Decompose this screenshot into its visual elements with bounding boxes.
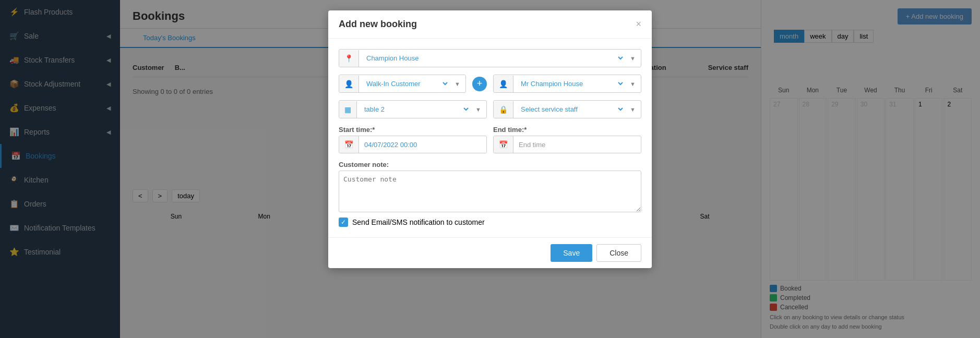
modal-header: Add new booking × bbox=[328, 10, 652, 39]
location-select[interactable]: Champion House bbox=[359, 50, 625, 67]
save-button[interactable]: Save bbox=[551, 244, 592, 262]
end-time-group: End time:* 📅 bbox=[493, 126, 641, 153]
table-select[interactable]: table 2 bbox=[357, 101, 470, 118]
person-icon: 👤 bbox=[339, 76, 359, 92]
service-staff-group: 🔒 Select service staff ▼ bbox=[493, 100, 641, 118]
customer-staff-row: 👤 Walk-In Customer ▼ + 👤 Mr Champi bbox=[339, 75, 641, 93]
modal-footer: Save Close bbox=[328, 237, 652, 268]
lock-icon: 🔒 bbox=[494, 101, 513, 118]
notification-label: Send Email/SMS notification to customer bbox=[352, 218, 485, 226]
start-time-label: Start time:* bbox=[339, 126, 487, 134]
location-row: 📍 Champion House ▼ bbox=[339, 49, 641, 67]
table-chevron-icon: ▼ bbox=[470, 102, 486, 117]
time-row: Start time:* 📅 End time:* 📅 bbox=[339, 126, 641, 153]
location-chevron-icon: ▼ bbox=[625, 51, 641, 66]
table-icon: ▦ bbox=[339, 101, 357, 118]
table-group: ▦ table 2 ▼ bbox=[339, 100, 487, 118]
notification-checkbox[interactable] bbox=[339, 218, 348, 227]
customer-chevron-icon: ▼ bbox=[449, 77, 465, 91]
location-icon: 📍 bbox=[339, 50, 359, 67]
notification-row: Send Email/SMS notification to customer bbox=[339, 218, 641, 227]
modal-body: 📍 Champion House ▼ 👤 Walk-In Customer bbox=[328, 39, 652, 237]
staff-person-icon: 👤 bbox=[494, 76, 513, 92]
service-staff-select[interactable]: Select service staff bbox=[513, 101, 625, 118]
modal-title: Add new booking bbox=[339, 19, 417, 30]
calendar-start-icon: 📅 bbox=[339, 136, 359, 153]
table-service-row: ▦ table 2 ▼ 🔒 Select service staff ▼ bbox=[339, 100, 641, 118]
end-time-label: End time:* bbox=[493, 126, 641, 134]
modal-close-button[interactable]: × bbox=[636, 19, 641, 30]
modal-overlay: Add new booking × 📍 Champion House ▼ 👤 bbox=[0, 0, 980, 338]
staff-group: 👤 Mr Champion House ▼ bbox=[493, 75, 641, 93]
add-customer-button[interactable]: + bbox=[472, 77, 487, 91]
staff-select[interactable]: Mr Champion House bbox=[513, 75, 625, 92]
service-staff-chevron-icon: ▼ bbox=[625, 102, 641, 117]
start-time-group: Start time:* 📅 bbox=[339, 126, 487, 153]
customer-group: 👤 Walk-In Customer ▼ + bbox=[339, 75, 487, 93]
end-time-input[interactable] bbox=[513, 137, 641, 153]
customer-select[interactable]: Walk-In Customer bbox=[359, 75, 449, 92]
calendar-end-icon: 📅 bbox=[494, 136, 513, 153]
start-time-input[interactable] bbox=[359, 137, 486, 153]
close-button[interactable]: Close bbox=[596, 244, 641, 262]
customer-note-textarea[interactable] bbox=[339, 171, 641, 212]
customer-note-label: Customer note: bbox=[339, 161, 641, 168]
add-booking-modal: Add new booking × 📍 Champion House ▼ 👤 bbox=[328, 10, 652, 268]
customer-note-group: Customer note: bbox=[339, 161, 641, 212]
staff-chevron-icon: ▼ bbox=[625, 77, 641, 91]
